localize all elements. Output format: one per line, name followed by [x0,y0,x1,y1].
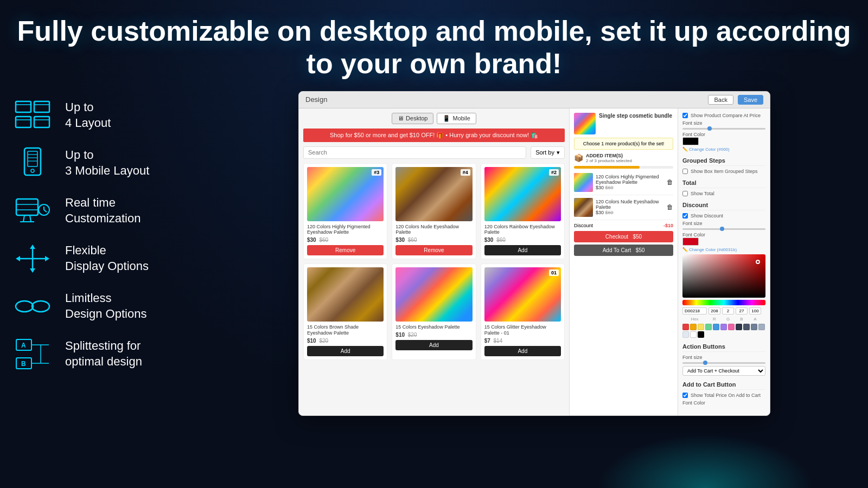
progress-bar [574,166,673,169]
g-label: G [722,317,734,322]
search-input[interactable] [303,146,526,159]
box-icon: 📦 [574,153,583,162]
font-color-swatch-2[interactable] [682,237,699,246]
r-input[interactable] [709,307,720,314]
back-button[interactable]: Back [708,95,733,105]
product-card-1: #3 120 Colors Highly Pigmented Eyeshadow… [303,163,387,260]
show-total-price-row: Show Total Price On Add to Cart [682,393,765,398]
product-image-3: #2 [484,167,561,221]
change-color-link-1[interactable]: ✏️ Change Color (#000) [682,147,765,152]
swatch-light[interactable] [682,331,689,338]
svg-marker-26 [30,268,35,273]
bottom-glow [597,434,814,488]
design-content: 🖥 Desktop 📱 Mobile Shop for $50 or more … [299,108,770,415]
swatch-black[interactable] [698,331,704,338]
svg-point-29 [16,301,33,312]
hex-label: Hex [682,317,707,322]
b-input[interactable] [736,307,748,314]
product-action-btn-6[interactable]: Add [484,346,561,356]
swatch-gray-light[interactable] [758,324,765,330]
bundle-item-price-2: $30 $60 [596,210,664,215]
config-section-action: Action Buttons Font size Add To Cart + C… [682,343,765,376]
product-card-3: #2 120 Colors Rainbow Eyeshadow Palette … [481,163,565,260]
product-image-5 [395,267,472,322]
font-size-slider-2[interactable] [682,228,765,230]
svg-point-30 [32,301,49,312]
show-total-row: Show Total [682,191,765,196]
product-image-6: 01 [484,267,561,322]
swatch-gray-mid[interactable] [751,324,757,330]
browser-title: Design [305,95,327,104]
product-price-3: $30 $60 [484,237,561,243]
product-price-5: $10 $20 [395,332,472,338]
swatch-pink[interactable] [728,324,735,330]
swatch-dark[interactable] [736,324,742,330]
product-image-1: #3 [307,167,384,221]
show-box-row: Show Box Item Grouped Steps [682,169,765,174]
product-action-btn-2[interactable]: Remove [395,245,472,255]
config-section-add-cart: Add to Cart Button Show Total Price On A… [682,381,765,406]
discount-row: Discount -$10 [574,223,673,228]
show-total-checkbox[interactable] [682,191,688,196]
show-price-row: Show Product Compare At Price [682,113,765,118]
product-price-6: $7 $14 [484,338,561,344]
swatch-gray-dark[interactable] [743,324,750,330]
show-discount-checkbox[interactable] [682,213,688,219]
feature-item-layout: Up to 4 Layout [11,97,212,134]
checkout-button[interactable]: Checkout $50 [574,231,673,242]
action-dropdown[interactable]: Add To Cart + Checkout [682,366,765,376]
product-card-2: #4 120 Colors Nude Eyeshadow Palette $30… [392,163,476,260]
swatch-white[interactable] [690,331,697,338]
g-input[interactable] [722,307,734,314]
a-input[interactable] [749,307,761,314]
product-action-btn-4[interactable]: Add [307,346,384,356]
added-items-detail: 2 of 3 products selected [586,158,632,163]
swatch-yellow[interactable] [698,324,704,330]
svg-rect-3 [34,117,49,127]
swatch-green[interactable] [705,324,712,330]
show-box-label: Show Box Item Grouped Steps [691,169,758,174]
save-button[interactable]: Save [738,95,763,105]
font-size-slider-1[interactable] [682,128,765,130]
swatch-purple[interactable] [720,324,727,330]
show-box-checkbox[interactable] [682,169,688,174]
product-action-btn-1[interactable]: Remove [307,245,384,255]
font-color-swatch-1[interactable] [682,137,699,145]
product-badge-3: #2 [549,169,559,176]
product-badge-6: 01 [549,269,559,276]
bundle-item-remove-2[interactable]: 🗑 [667,203,673,211]
change-discount-color-link[interactable]: ✏️ Change Color (#d0031b) [682,247,765,252]
product-name-1: 120 Colors Highly Pigmented Eyeshadow Pa… [307,224,384,236]
show-price-label: Show Product Compare At Price [691,113,761,118]
added-items-label: ADDED ITEM(S) [586,153,632,158]
desktop-toggle[interactable]: 🖥 Desktop [392,113,433,124]
hex-input[interactable] [682,307,707,314]
svg-line-19 [44,210,47,212]
color-swatches-grid [682,324,765,338]
bundle-product-summary: Single step cosmetic bundle [574,113,673,134]
swatch-orange[interactable] [690,324,697,330]
bundle-item-remove-1[interactable]: 🗑 [667,178,673,186]
font-size-slider-3[interactable] [682,362,765,364]
mobile-toggle[interactable]: 📱 Mobile [437,113,476,124]
show-price-checkbox[interactable] [682,113,688,118]
main-headline: Fully customizable on desktop and mobile… [11,15,857,80]
view-toggle: 🖥 Desktop 📱 Mobile [303,113,565,124]
discount-color-label: Font Color [682,232,765,237]
product-action-btn-5[interactable]: Add [395,340,472,350]
discount-font-size-label: Font size [682,221,765,226]
svg-rect-14 [16,199,38,215]
sort-box: Sort by ▾ [531,146,565,159]
svg-marker-27 [16,256,20,261]
add-to-cart-button[interactable]: Add To Cart $50 [574,245,673,256]
add-cart-btn-title: Add to Cart Button [682,381,765,390]
swatch-red[interactable] [682,324,689,330]
slider-handle-2 [720,227,724,231]
color-picker-area[interactable] [682,254,765,298]
product-image-4 [307,267,384,322]
swatch-blue[interactable] [713,324,719,330]
show-total-price-checkbox[interactable] [682,393,688,398]
hue-slider[interactable] [682,300,765,305]
layout-icon [11,97,54,134]
product-action-btn-3[interactable]: Add [484,245,561,255]
